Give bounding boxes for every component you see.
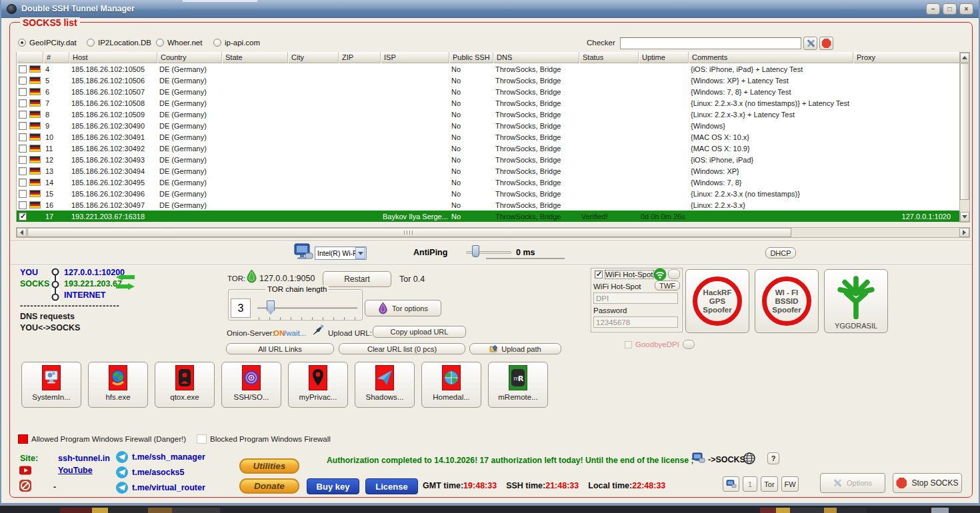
column-header-ISP[interactable]: ISP [381, 52, 449, 63]
donate-button[interactable]: Donate [239, 478, 299, 494]
column-header-State[interactable]: State [222, 52, 288, 63]
license-button[interactable]: License [365, 478, 418, 494]
app-mremote-button[interactable]: mR mRemote... [488, 362, 548, 408]
wifi-password-input[interactable] [593, 316, 678, 328]
table-row[interactable]: 6 185.186.26.102:10507 DE (Germany) No T… [17, 86, 959, 97]
utilities-button[interactable]: Utilities [239, 458, 299, 474]
column-header-Host[interactable]: Host [69, 52, 157, 63]
radio-geoipcity[interactable]: GeoIPCity.dat [18, 39, 77, 47]
all-url-links-button[interactable]: All URL Links [226, 343, 334, 354]
radio-ipapi[interactable]: ip-api.com [213, 39, 260, 47]
youtube-icon[interactable] [19, 464, 31, 476]
column-header-Comments[interactable]: Comments [689, 52, 853, 63]
row-checkbox[interactable] [19, 179, 27, 187]
title-bar[interactable]: Double SSH Tunnel Manager – □ × [1, 0, 979, 18]
clear-url-list-button[interactable]: Clear URL list (0 pcs) [339, 343, 465, 354]
row-checkbox[interactable] [19, 77, 27, 85]
app-systeminfo-button[interactable]: SystemIn... [21, 362, 81, 408]
column-header-ZIP[interactable]: ZIP [339, 52, 381, 63]
telegram-link-1[interactable]: t.me/ssh_manager [132, 452, 205, 462]
row-checkbox[interactable] [19, 156, 27, 164]
options-button[interactable]: Options [820, 473, 885, 493]
checker-stop-button[interactable] [819, 37, 833, 50]
scroll-right-button[interactable] [959, 228, 969, 237]
telegram-link-3[interactable]: t.me/virtual_router [132, 483, 205, 492]
table-row[interactable]: 15 185.186.26.102:30496 DE (Germany) No … [17, 188, 959, 199]
wifi-extra-button[interactable] [668, 269, 680, 279]
radio-circle[interactable] [156, 39, 164, 47]
table-row[interactable]: 4 185.186.26.102:10505 DE (Germany) No T… [17, 63, 959, 75]
table-row[interactable]: 11 185.186.26.102:30492 DE (Germany) No … [17, 143, 959, 154]
row-checkbox[interactable] [19, 99, 27, 107]
close-button[interactable]: × [959, 3, 973, 15]
wifi-hotspot-enable-label[interactable]: WiFi Hot-Spot [605, 270, 653, 278]
app-homedale-button[interactable]: Homedal... [421, 362, 481, 408]
firewall-mini-button[interactable]: FW [781, 476, 799, 492]
app-hfs-button[interactable]: hfs.exe [88, 362, 148, 408]
telegram-link-2[interactable]: t.me/asocks5 [132, 468, 185, 477]
tor-options-button[interactable]: Tor options [365, 300, 441, 316]
upload-path-button[interactable]: Upload path [469, 343, 561, 354]
wifi-ssid-input[interactable] [593, 292, 678, 304]
site-link[interactable]: ssh-tunnel.in [58, 454, 110, 463]
column-header-City[interactable]: City [288, 52, 339, 63]
column-header-Proxy[interactable]: Proxy [853, 52, 960, 63]
table-row[interactable]: 5 185.186.26.102:10506 DE (Germany) No T… [17, 75, 959, 86]
column-header-DNS[interactable]: DNS [493, 52, 579, 63]
yggdrasil-button[interactable]: YGGDRASIL [824, 269, 888, 333]
table-row[interactable]: 14 185.186.26.102:30495 DE (Germany) No … [17, 177, 959, 188]
telegram-icon[interactable] [116, 482, 128, 494]
row-checkbox[interactable] [19, 201, 27, 209]
help-button[interactable]: ? [767, 452, 779, 464]
table-row[interactable]: 12 185.186.26.102:30493 DE (Germany) No … [17, 154, 959, 165]
scroll-down-button[interactable] [960, 212, 969, 222]
wifi-hotspot-checkbox[interactable] [595, 270, 603, 278]
twf-button[interactable]: TWF [655, 280, 680, 290]
radio-whoer[interactable]: Whoer.net [156, 39, 202, 47]
vertical-scrollbar[interactable] [959, 52, 970, 223]
tor-mini-button[interactable]: Tor [761, 476, 778, 492]
network-mini-button[interactable] [723, 476, 739, 492]
row-checkbox[interactable] [19, 65, 27, 73]
table-row[interactable]: 9 185.186.26.102:30490 DE (Germany) No T… [17, 120, 959, 131]
horizontal-scrollbar[interactable] [16, 227, 970, 238]
youtube-link[interactable]: YouTube [58, 466, 93, 475]
table-row[interactable]: 8 185.186.26.102:10509 DE (Germany) No T… [17, 109, 959, 120]
radio-circle[interactable] [87, 39, 95, 47]
app-shadowsocks-button[interactable]: Shadows... [355, 362, 415, 408]
row-checkbox[interactable] [19, 133, 27, 141]
counter-button[interactable]: 1 [743, 476, 757, 492]
app-sshsocks-button[interactable]: SSH/SO... [221, 362, 281, 408]
row-checkbox[interactable] [19, 213, 27, 221]
radio-circle[interactable] [213, 39, 221, 47]
copy-upload-url-button[interactable]: Copy upload URL [373, 326, 466, 338]
row-checkbox[interactable] [19, 88, 27, 96]
column-header-Public SSH[interactable]: Public SSH [449, 52, 493, 63]
radio-ip2location[interactable]: IP2Location.DB [87, 39, 151, 47]
column-header-#[interactable]: # [43, 52, 69, 63]
dhcp-button[interactable]: DHCP [765, 247, 796, 258]
table-row[interactable]: 13 185.186.26.102:30494 DE (Germany) No … [17, 165, 959, 177]
row-checkbox[interactable] [19, 111, 27, 119]
table-row-selected[interactable]: 17 193.221.203.67:16318 Baykov Ilya Serg… [17, 211, 959, 222]
blocked-site-icon[interactable] [19, 480, 31, 492]
antiping-slider-thumb[interactable] [472, 245, 479, 257]
table-row[interactable]: 16 185.186.26.102:30497 DE (Germany) No … [17, 199, 959, 211]
wifi-bssid-spoofer-button[interactable]: WI - FI BSSID Spoofer [755, 269, 819, 333]
goodbyedpi-extra-button[interactable] [683, 340, 695, 349]
app-myprivacy-button[interactable]: myPrivac... [288, 362, 348, 408]
goodbyedpi-checkbox[interactable] [625, 341, 632, 348]
stop-socks-button[interactable]: Stop SOCKS [893, 473, 962, 493]
hackrf-gps-spoofer-button[interactable]: HackRF GPS Spoofer [685, 269, 749, 333]
tor-restart-button[interactable]: Restart [323, 271, 391, 287]
maximize-button[interactable]: □ [943, 3, 957, 15]
select-dropdown-button[interactable] [355, 247, 365, 259]
checker-input[interactable] [620, 37, 801, 49]
scroll-thumb[interactable] [27, 228, 791, 237]
scroll-left-button[interactable] [17, 228, 27, 237]
telegram-icon[interactable] [116, 451, 128, 463]
radio-circle[interactable] [18, 39, 26, 47]
minimize-button[interactable]: – [926, 3, 940, 15]
table-row[interactable]: 7 185.186.26.102:10508 DE (Germany) No T… [17, 97, 959, 109]
column-header-select[interactable] [17, 52, 43, 63]
